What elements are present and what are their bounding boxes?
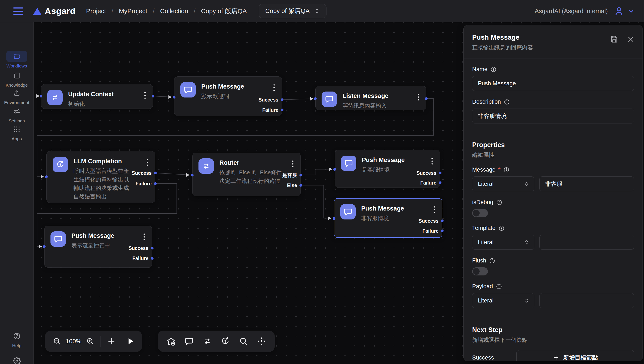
message-value-input[interactable]: 非客服: [539, 176, 634, 191]
top-bar: Asgard Project/MyProject/Collection/Copy…: [0, 0, 644, 22]
output-port-else[interactable]: [299, 184, 302, 187]
output-port[interactable]: [152, 95, 154, 98]
sidebar-item-settings[interactable]: Settings: [0, 106, 34, 124]
output-port-是客服[interactable]: [299, 174, 302, 176]
output-port-failure[interactable]: [281, 108, 283, 111]
sidebar-item-workflows[interactable]: Workflows: [0, 51, 34, 68]
workflow-selector[interactable]: Copy of 飯店QA: [259, 4, 326, 18]
input-port[interactable]: [43, 245, 46, 248]
save-icon[interactable]: [610, 35, 619, 44]
node-subtitle: 等待訊息內容輸入: [342, 101, 411, 110]
output-port-success[interactable]: [439, 172, 441, 174]
output-port-failure[interactable]: [154, 182, 157, 185]
output-port-label: Success: [417, 170, 436, 176]
kebab-menu-icon[interactable]: [417, 94, 420, 110]
asgard-logo[interactable]: Asgard: [33, 6, 75, 16]
output-port-failure[interactable]: [439, 181, 441, 184]
zoom-in-button[interactable]: [86, 337, 95, 346]
input-port[interactable]: [191, 174, 194, 176]
template-mode-select[interactable]: Literal: [472, 235, 534, 250]
sidebar-item-knowledge[interactable]: Knowledge: [0, 70, 34, 88]
sidebar-item-help[interactable]: Help: [0, 331, 34, 348]
output-port-label: Failure: [262, 107, 278, 113]
output-port-failure[interactable]: [441, 230, 444, 232]
move-tool-icon[interactable]: [257, 336, 266, 346]
hamburger-menu-icon[interactable]: [13, 8, 23, 15]
help-icon: [13, 332, 21, 340]
chevron-down-icon[interactable]: [627, 7, 635, 15]
info-icon: [490, 66, 497, 72]
breadcrumb-item[interactable]: Copy of 飯店QA: [201, 7, 247, 16]
input-port[interactable]: [314, 97, 317, 100]
swap-arrows-tool-icon[interactable]: [202, 336, 212, 346]
workflow-node-push-message-throttle[interactable]: Push Message表示流量控管中SuccessFailure: [44, 226, 152, 268]
workflow-node-router[interactable]: Router依據If、Else If、Else條件決定工作流程執行的路徑是客服E…: [192, 152, 301, 196]
payload-mode-select[interactable]: Literal: [472, 293, 534, 308]
kebab-menu-icon[interactable]: [143, 92, 147, 108]
run-button[interactable]: [126, 336, 135, 346]
zoom-toolbar: 100%: [45, 330, 142, 352]
node-detail-panel: Push Message 直接輸出訊息的回應內容 Name: [463, 25, 643, 361]
message-mode-select[interactable]: Literal: [472, 176, 534, 191]
workflow-node-update-context[interactable]: Update Context初始化: [41, 84, 153, 109]
description-input[interactable]: 非客服情境: [472, 108, 634, 124]
output-port-success[interactable]: [441, 220, 444, 222]
swap-arrows-icon: [199, 158, 214, 174]
workflow-node-push-message-welcome[interactable]: Push Message顯示歡迎詞SuccessFailure: [174, 76, 282, 116]
isdebug-toggle[interactable]: [472, 209, 488, 217]
payload-value-input[interactable]: [539, 293, 634, 308]
asgard-app: Asgard Project/MyProject/Collection/Copy…: [0, 0, 644, 364]
template-value-input[interactable]: [539, 235, 634, 250]
sidebar-item-environment[interactable]: Environment: [0, 88, 34, 105]
success-add-target-button[interactable]: 新增目標節點: [516, 350, 634, 361]
grid-icon: [13, 126, 21, 133]
output-port-success[interactable]: [281, 98, 283, 101]
add-button[interactable]: [107, 336, 116, 346]
input-port[interactable]: [45, 176, 48, 178]
info-icon: [503, 167, 510, 173]
breadcrumb-separator: /: [194, 8, 195, 15]
output-port-label: Failure: [420, 180, 436, 186]
output-port-success[interactable]: [154, 172, 157, 174]
properties-section-subtitle: 編輯屬性: [472, 151, 634, 159]
output-port-label: Else: [287, 183, 297, 188]
output-port[interactable]: [425, 97, 428, 100]
message-icon: [51, 232, 66, 247]
workflow-selector-label: Copy of 飯店QA: [265, 7, 310, 15]
breadcrumb-item[interactable]: MyProject: [119, 8, 147, 15]
output-port-failure[interactable]: [151, 257, 154, 260]
llm-tool-icon[interactable]: [220, 336, 230, 346]
node-title: Push Message: [361, 204, 427, 212]
workflow-node-push-message-cs[interactable]: Push Message是客服情境SuccessFailure: [335, 150, 440, 188]
breadcrumb-item[interactable]: Collection: [160, 8, 188, 15]
panel-subtitle: 直接輸出訊息的回應內容: [472, 44, 634, 51]
folder-icon: [13, 52, 21, 60]
output-port-success[interactable]: [151, 247, 154, 250]
breadcrumb-item[interactable]: Project: [86, 8, 106, 15]
sidebar-item-label: Help: [12, 343, 21, 348]
output-port-label: Failure: [133, 256, 149, 262]
kebab-menu-icon[interactable]: [146, 159, 149, 201]
sidebar-item-apps[interactable]: Apps: [0, 124, 34, 141]
flush-toggle[interactable]: [472, 267, 488, 276]
user-icon[interactable]: [613, 6, 624, 16]
workflow-node-push-message-noncs[interactable]: Push Message非客服情境SuccessFailure: [334, 198, 442, 238]
workflow-node-llm-completion[interactable]: LLM Completion呼叫大型語言模型並產生結構化的資料輸出以輔助流程的決…: [47, 151, 155, 203]
input-port[interactable]: [333, 217, 335, 220]
message-tool-icon[interactable]: [184, 336, 194, 346]
close-icon[interactable]: [626, 35, 635, 44]
search-tool-icon[interactable]: [239, 336, 248, 346]
add-node-icon[interactable]: [166, 336, 176, 346]
name-input[interactable]: Push Message: [472, 76, 634, 91]
payload-field-label: Payload: [472, 283, 634, 290]
input-port[interactable]: [333, 168, 336, 171]
input-port[interactable]: [173, 96, 176, 98]
sidebar-item-workspace[interactable]: Workspace: [0, 356, 34, 364]
zoom-out-button[interactable]: [52, 337, 61, 346]
node-title: Router: [219, 159, 286, 166]
node-subtitle: 是客服情境: [362, 166, 425, 174]
workflow-node-listen-message[interactable]: Listen Message等待訊息內容輸入: [315, 86, 426, 110]
breadcrumb: Project/MyProject/Collection/Copy of 飯店Q…: [86, 7, 247, 16]
input-port[interactable]: [40, 95, 42, 98]
toolbar-divider: [101, 336, 101, 347]
